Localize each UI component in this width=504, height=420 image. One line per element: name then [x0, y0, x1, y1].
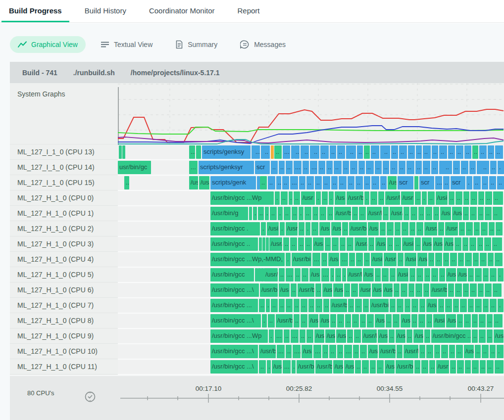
task-segment[interactable]: .. [397, 299, 403, 312]
summary-view-button[interactable]: Summary [167, 36, 225, 53]
task-segment[interactable]: .... [293, 345, 301, 358]
task-segment[interactable]: .. [386, 314, 392, 327]
task-segment[interactable]: .. [457, 314, 463, 327]
task-segment[interactable]: .. [323, 176, 330, 189]
task-segment[interactable]: .. [418, 207, 424, 220]
task-segment[interactable]: .. [487, 329, 493, 343]
task-segment[interactable]: .. [298, 237, 304, 251]
task-segment[interactable]: . [497, 345, 504, 358]
task-segment[interactable]: .. [258, 207, 264, 220]
task-segment[interactable]: /us [396, 329, 405, 343]
task-segment[interactable]: /usi [397, 268, 408, 281]
task-segment[interactable]: scr [398, 176, 413, 189]
task-segment[interactable]: .. [393, 314, 400, 327]
task-segment[interactable]: .. [472, 314, 478, 327]
task-segment[interactable]: . [261, 222, 266, 235]
task-segment[interactable]: .. [478, 191, 484, 205]
task-segment[interactable]: /usr/bi [297, 360, 314, 373]
task-segment[interactable]: /us [457, 268, 467, 281]
task-segment[interactable]: .. [463, 283, 469, 297]
task-segment[interactable]: .. [315, 299, 322, 312]
task-segment[interactable]: . [278, 207, 283, 220]
task-segment[interactable]: /usr/b [390, 207, 403, 220]
task-segment[interactable]: /usr/b [276, 314, 293, 327]
task-segment[interactable]: .. [284, 329, 290, 343]
task-segment[interactable]: .. [378, 191, 384, 205]
task-segment[interactable]: .. [279, 268, 285, 281]
task-segment[interactable]: .. [350, 161, 357, 174]
task-segment[interactable]: .. [390, 161, 398, 174]
task-segment[interactable]: .. [408, 145, 415, 159]
tab-build-progress[interactable]: Build Progress [1, 0, 69, 22]
task-segment[interactable]: /us [319, 222, 330, 235]
task-segment[interactable]: ... [313, 345, 321, 358]
task-segment[interactable]: .. [409, 222, 415, 235]
task-segment[interactable]: ... [321, 268, 329, 281]
task-segment[interactable]: /usr/bin/gcc ...\ [210, 314, 261, 327]
task-segment[interactable]: .. [382, 268, 389, 281]
task-segment[interactable]: .. [423, 283, 429, 297]
task-segment[interactable]: /us [417, 253, 427, 266]
task-segment[interactable]: .. [490, 268, 497, 281]
task-segment[interactable]: .. [332, 237, 339, 251]
task-segment[interactable]: /us [319, 314, 329, 327]
task-segment[interactable]: /usr/ [269, 237, 282, 251]
graphical-view-button[interactable]: Graphical View [10, 36, 86, 53]
task-segment[interactable]: .. [429, 360, 435, 373]
task-segment[interactable]: .. [456, 345, 463, 358]
task-segment[interactable]: .. [448, 283, 454, 297]
task-segment[interactable]: .. [415, 237, 421, 251]
task-segment[interactable] [119, 145, 122, 159]
task-segment[interactable]: /us [383, 283, 393, 297]
task-segment[interactable]: .. [419, 345, 425, 358]
task-segment[interactable]: .. [371, 176, 379, 189]
task-segment[interactable]: .. [479, 145, 487, 159]
task-segment[interactable]: .. [483, 299, 489, 312]
task-segment[interactable]: /usi [267, 222, 279, 235]
task-segment[interactable]: .. [495, 253, 503, 266]
task-segment[interactable]: /us [344, 360, 354, 373]
task-segment[interactable] [259, 237, 262, 251]
task-segment[interactable]: .. [312, 145, 319, 159]
task-segment[interactable]: .. [464, 314, 471, 327]
task-segment[interactable]: /usi [371, 253, 383, 266]
task-segment[interactable]: .. [403, 207, 409, 220]
task-segment[interactable]: .. [268, 314, 275, 327]
task-segment[interactable]: /usr [301, 191, 315, 205]
task-segment[interactable]: .. [394, 283, 400, 297]
task-segment[interactable]: .. [399, 145, 407, 159]
task-segment[interactable]: /usr/ [424, 222, 437, 235]
task-segment[interactable]: ... [340, 253, 348, 266]
task-segment[interactable]: .. [479, 314, 486, 327]
task-segment[interactable]: .. [478, 207, 484, 220]
task-segment[interactable]: .. [424, 329, 430, 343]
task-segment[interactable]: .. [416, 222, 423, 235]
task-segment[interactable]: /us [464, 345, 474, 358]
task-segment[interactable]: /usr/bin/gcc ...\ [210, 360, 258, 373]
task-segment[interactable]: .. [431, 268, 438, 281]
task-segment[interactable]: .. [286, 345, 292, 358]
task-segment[interactable]: /us [446, 314, 456, 327]
task-segment[interactable]: .. [380, 176, 387, 189]
task-segment[interactable]: .. [482, 345, 489, 358]
task-segment[interactable]: .. [490, 161, 497, 174]
task-segment[interactable]: .. [487, 314, 493, 327]
task-segment[interactable]: .. [311, 222, 318, 235]
task-segment[interactable]: /us [308, 314, 318, 327]
task-segment[interactable]: .. [466, 222, 473, 235]
task-segment[interactable]: .. [463, 207, 469, 220]
task-segment[interactable]: .. [375, 268, 381, 281]
task-segment[interactable]: .. [426, 345, 433, 358]
task-segment[interactable]: .. [455, 191, 462, 205]
task-segment[interactable]: /us [199, 176, 209, 189]
task-segment[interactable]: .. [473, 176, 481, 189]
task-segment[interactable]: .. [284, 207, 291, 220]
task-segment[interactable]: .. [320, 145, 329, 159]
task-segment[interactable]: .. [345, 314, 351, 327]
task-segment[interactable]: .. [425, 207, 432, 220]
task-segment[interactable]: .. [478, 283, 484, 297]
task-segment[interactable]: .. [390, 299, 396, 312]
task-segment[interactable]: .. [434, 345, 440, 358]
task-segment[interactable]: .. [367, 314, 374, 327]
task-segment[interactable]: /usr [286, 222, 298, 235]
